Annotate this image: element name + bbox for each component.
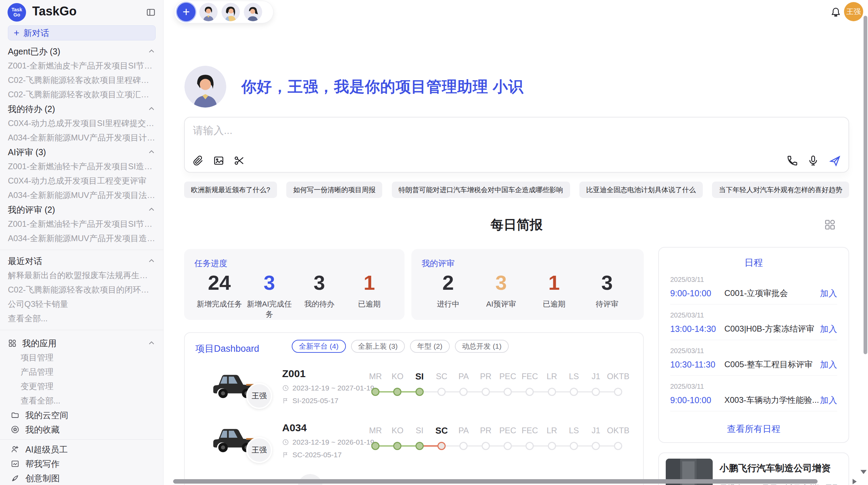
sidebar-item[interactable]: Z001-全新燃油轻卡产品开发项目SI节点属性5D文件评审 <box>8 217 156 231</box>
image-icon[interactable] <box>213 155 225 166</box>
agent-avatar-3[interactable] <box>244 3 262 21</box>
sidebar-item[interactable]: C02-飞腾新能源轻客改款项目立项汇报方案 <box>8 87 156 102</box>
pen-icon <box>11 474 20 483</box>
milestone-dot <box>482 388 490 396</box>
mic-icon[interactable] <box>807 155 819 166</box>
attach-icon[interactable] <box>192 155 204 166</box>
milestone-dot <box>548 388 556 396</box>
schedule-time: 9:00-10:00 <box>670 395 724 405</box>
milestone-strip: MRKOSISCPAPRPECFECLRLSJ1OKTB <box>364 425 629 454</box>
project-flag: SI-2025-05-17 <box>282 397 374 405</box>
project-code: Z001 <box>282 368 374 380</box>
project-dates: 2023-12-19 ~ 2026-01-19 <box>282 438 374 446</box>
sidebar-item[interactable]: Z001-全新燃油皮卡产品开发项目SI节点Lesson Learn报告 <box>8 59 156 73</box>
agent-avatar-2[interactable] <box>221 3 240 21</box>
sidebar-item[interactable]: A034-全新新能源MUV产品开发项目法规符合性评审 <box>8 188 156 202</box>
cloud-icon <box>11 411 20 420</box>
schedule-date: 2025/03/11 <box>670 275 837 284</box>
sidebar-section-header[interactable]: 最近对话 <box>8 254 156 268</box>
agent-avatar-1[interactable] <box>199 3 218 21</box>
phone-icon[interactable] <box>786 155 798 166</box>
schedule-time: 13:00-14:30 <box>670 324 724 334</box>
view-all-schedule-link[interactable]: 查看所有日程 <box>670 423 837 435</box>
milestone-label: KO <box>386 425 408 437</box>
dashboard-filter-tab[interactable]: 年型 (2) <box>410 340 450 353</box>
sidebar-item[interactable]: C02-飞腾新能源轻客改款项目的闭环通告反馈情况 <box>8 283 156 297</box>
suggestion-chip[interactable]: 当下年轻人对汽车外观有怎样的喜好趋势 <box>712 182 849 198</box>
join-link[interactable]: 加入 <box>820 395 837 406</box>
milestone-dot <box>526 388 534 396</box>
chat-input-card <box>184 117 849 173</box>
join-link[interactable]: 加入 <box>820 323 837 335</box>
dashboard-filter-tab[interactable]: 动总开发 (1) <box>455 340 509 353</box>
stat: 3待评审 <box>581 270 634 309</box>
sidebar-item-cloud[interactable]: 我的云空间 <box>8 408 156 422</box>
milestone-label: J1 <box>585 425 607 437</box>
sidebar-item[interactable]: Z001-全新燃油轻卡产品开发项目SI造型提交物评审 <box>8 159 156 174</box>
milestone-dot <box>415 388 424 396</box>
sidebar-item-people[interactable]: AI超级员工 <box>8 442 156 457</box>
suggestion-chip[interactable]: 特朗普可能对进口汽车增税会对中国车企造成哪些影响 <box>392 182 570 198</box>
layout-grid-icon[interactable] <box>824 219 836 231</box>
sidebar-item[interactable]: 解释最新出台的欧盟报废车法规再生塑料比例被调至15%... <box>8 268 156 283</box>
chevron-up-icon <box>147 47 156 55</box>
new-chat-button[interactable]: + 新对话 <box>8 25 156 40</box>
sidebar-section-header[interactable]: Agent已办 (3) <box>8 44 156 59</box>
suggestion-chip[interactable]: 比亚迪全固态电池计划具体说了什么 <box>579 182 703 198</box>
send-icon[interactable] <box>829 155 840 166</box>
sidebar-subitem[interactable]: 项目管理 <box>8 350 156 365</box>
scissors-icon[interactable] <box>233 155 245 166</box>
sidebar-item[interactable]: A034-全新新能源MUV产品开发项目造型可行性评审 <box>8 231 156 246</box>
sidebar-collapse-icon[interactable] <box>146 8 156 17</box>
sidebar-section-header[interactable]: 我的待办 (2) <box>8 102 156 116</box>
sidebar-item-write[interactable]: 帮我写作 <box>8 457 156 471</box>
task-progress-card: 任务进度 24新增完成任务3新增AI完成任务3我的待办1已逾期 <box>184 249 405 320</box>
sidebar-item[interactable]: C02-飞腾新能源轻客改款项目里程碑画布 <box>8 73 156 87</box>
scroll-down-arrow[interactable] <box>860 470 867 474</box>
milestone-label: SC <box>431 425 453 437</box>
sidebar-section-header[interactable]: 我的评审 (2) <box>8 202 156 217</box>
join-link[interactable]: 加入 <box>820 288 837 299</box>
suggestion-chip[interactable]: 如何写一份清晰的项目周报 <box>286 182 382 198</box>
schedule-row: 10:30-11:30C005-整车工程目标评审加入 <box>670 359 837 370</box>
apps-icon <box>8 339 17 348</box>
my-review-card: 我的评审 2进行中3AI预评审1已逾期3待评审 <box>411 249 644 320</box>
sidebar-subitem[interactable]: 产品管理 <box>8 365 156 379</box>
sidebar-item[interactable]: C0X4-动力总成开发项目SI里程碑提交物检查 <box>8 116 156 130</box>
card-title: 任务进度 <box>194 258 394 269</box>
dashboard-filter-tab[interactable]: 全新平台 (4) <box>292 340 346 353</box>
notifications-bell-icon[interactable] <box>830 6 842 19</box>
milestone-label: PA <box>453 371 474 383</box>
sidebar-divider <box>8 246 156 254</box>
horizontal-scrollbar-thumb[interactable] <box>173 479 818 484</box>
sidebar-item[interactable]: 查看全部... <box>8 311 156 326</box>
greeting-text: 你好，王强，我是你的项目管理助理 小识 <box>241 77 523 97</box>
sidebar-section-header[interactable]: 我的应用 <box>8 336 156 350</box>
dates-text: 2023-12-19 ~ 2026-01-19 <box>292 438 374 446</box>
vertical-scrollbar-thumb[interactable] <box>864 16 867 354</box>
sidebar-item-pen[interactable]: 创意制图 <box>8 471 156 485</box>
schedule-time: 9:00-10:00 <box>670 288 724 298</box>
sidebar-divider <box>8 437 156 442</box>
sidebar-item[interactable]: A034-全新新能源MUV产品开发项目计划变更表编写 <box>8 130 156 145</box>
suggestion-chip[interactable]: 欧洲新规最近颁布了什么? <box>184 182 277 198</box>
stat-value: 3 <box>244 270 294 296</box>
dashboard-filter-tab[interactable]: 全新上装 (3) <box>351 340 405 353</box>
sidebar-subitem[interactable]: 查看全部... <box>8 394 156 408</box>
milestone-labels: MRKOSISCPAPRPECFECLRLSJ1OKTB <box>364 425 629 437</box>
add-agent-button[interactable]: + <box>177 3 195 21</box>
chat-input[interactable] <box>192 123 759 146</box>
chevron-up-icon <box>147 105 156 113</box>
sidebar-item[interactable]: 公司Q3轻卡销量 <box>8 297 156 311</box>
sidebar-item-star[interactable]: 我的收藏 <box>8 422 156 437</box>
sidebar-subitem[interactable]: 变更管理 <box>8 379 156 394</box>
user-avatar[interactable]: 王强 <box>844 2 863 21</box>
sidebar-section-header[interactable]: AI评审 (3) <box>8 145 156 159</box>
briefing-title: 每日简报 <box>184 216 849 233</box>
card-title: 我的评审 <box>422 258 634 269</box>
project-code: A034 <box>282 422 374 434</box>
stat-label: 我的待办 <box>294 299 345 309</box>
join-link[interactable]: 加入 <box>820 359 837 370</box>
sidebar-item[interactable]: C0X4-动力总成开发项目工程变更评审 <box>8 174 156 188</box>
scroll-right-arrow[interactable] <box>853 479 857 484</box>
